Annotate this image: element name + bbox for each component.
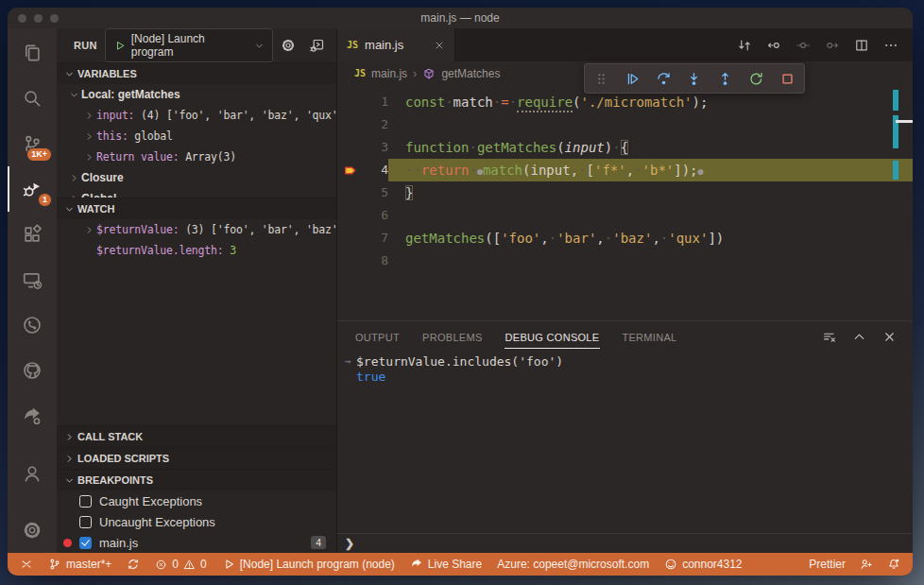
debug-console-input[interactable]: ❯ [337, 533, 913, 553]
code-line[interactable]: 6 [337, 204, 913, 227]
breakpoint-gutter[interactable] [337, 159, 364, 181]
activity-live-share[interactable] [8, 393, 57, 439]
next-change-icon[interactable] [825, 38, 840, 53]
debug-console-toggle-icon[interactable] [310, 38, 325, 53]
restart-icon[interactable] [748, 71, 764, 87]
breakpoint-gutter[interactable] [337, 136, 364, 159]
activity-source-control[interactable]: 1K+ [8, 121, 57, 166]
code-line[interactable]: 1const·match·=·require('./micromatch'); [337, 91, 913, 113]
call-stack-section-header[interactable]: CALL STACK [57, 425, 336, 447]
activity-run-and-debug[interactable]: 1 [8, 166, 57, 212]
launch-config-dropdown[interactable]: [Node] Launch program [105, 28, 273, 62]
status-sync[interactable] [127, 558, 140, 571]
breakpoint-gutter[interactable] [337, 91, 364, 113]
step-out-icon[interactable] [717, 71, 733, 87]
variable-row[interactable]: Global [57, 188, 336, 198]
breakpoint-row[interactable]: Caught Exceptions [57, 490, 336, 511]
panel-tab-output[interactable]: OUTPUT [354, 325, 401, 349]
minimize-window-button[interactable] [34, 14, 43, 23]
panel-tab-debug-console[interactable]: DEBUG CONSOLE [505, 325, 601, 349]
status-feedback[interactable] [860, 558, 873, 571]
status-github-account[interactable]: connor4312 [664, 558, 742, 571]
loaded-scripts-section-header[interactable]: LOADED SCRIPTS [57, 447, 336, 469]
code-line-content[interactable]: function·getMatches(input)·{ [388, 136, 913, 159]
code-line[interactable]: 8 [337, 249, 913, 272]
open-changes-icon[interactable] [737, 38, 752, 53]
tab-main-js[interactable]: JS main.js [337, 28, 455, 61]
current-change-icon[interactable] [796, 38, 811, 53]
close-tab-icon[interactable] [434, 40, 445, 51]
code-line-content[interactable]: } [388, 181, 913, 204]
more-actions-icon[interactable] [883, 38, 898, 53]
panel-tab-terminal[interactable]: TERMINAL [621, 325, 677, 349]
code-line[interactable]: 5} [337, 181, 913, 204]
status-prettier[interactable]: Prettier [809, 558, 846, 571]
step-over-icon[interactable] [656, 71, 672, 87]
activity-github[interactable] [8, 348, 57, 393]
activity-settings[interactable] [8, 508, 57, 553]
variable-row[interactable]: Return value: Array(3) [57, 146, 336, 167]
watch-section-header[interactable]: WATCH [57, 198, 336, 219]
breakpoint-gutter[interactable] [337, 227, 364, 249]
previous-change-icon[interactable] [766, 38, 781, 53]
breakpoint-checkbox[interactable] [79, 516, 92, 528]
breakpoint-gutter[interactable] [337, 113, 364, 136]
step-into-icon[interactable] [686, 71, 702, 87]
status-notifications[interactable] [887, 558, 900, 571]
variable-row[interactable]: Local: getMatches [57, 84, 336, 105]
variable-row[interactable]: Closure [57, 167, 336, 188]
breakpoints-section-header[interactable]: BREAKPOINTS [57, 469, 336, 490]
stop-icon[interactable] [779, 71, 796, 87]
breakpoint-gutter[interactable] [337, 249, 364, 272]
breadcrumb-item[interactable]: main.js [371, 67, 407, 80]
gear-icon[interactable] [281, 38, 296, 53]
close-panel-icon[interactable] [882, 330, 897, 344]
title-bar[interactable]: main.js — node [8, 8, 913, 28]
breadcrumb-item[interactable]: getMatches [441, 67, 500, 80]
panel-tab-problems[interactable]: PROBLEMS [421, 325, 484, 349]
variable-row[interactable]: input: (4) ['foo', 'bar', 'baz', 'qux'] [57, 105, 336, 126]
clear-console-icon[interactable] [822, 330, 836, 344]
breakpoint-checkbox[interactable] [79, 537, 92, 549]
symbol-cube-icon [422, 67, 436, 80]
activity-search[interactable] [8, 76, 57, 121]
breakpoint-row[interactable]: main.js4 [57, 532, 336, 553]
breakpoint-row[interactable]: Uncaught Exceptions [57, 511, 336, 532]
breakpoint-checkbox[interactable] [79, 495, 92, 508]
watch-row[interactable]: $returnValue.length: 3 [57, 240, 336, 261]
code-line-content[interactable] [388, 204, 913, 227]
breakpoint-gutter[interactable] [337, 204, 364, 227]
activity-git-graph[interactable] [8, 302, 57, 348]
code-line[interactable]: 3function·getMatches(input)·{ [337, 136, 913, 159]
split-editor-icon[interactable] [854, 38, 869, 53]
breakpoint-gutter[interactable] [337, 181, 364, 204]
activity-explorer[interactable] [8, 30, 57, 76]
activity-extensions[interactable] [8, 212, 57, 257]
code-line-content[interactable]: getMatches(['foo',·'bar',·'baz',·'qux']) [388, 227, 913, 249]
status-azure-account[interactable]: Azure: copeet@microsoft.com [497, 558, 649, 571]
code-line[interactable]: 2 [337, 113, 913, 136]
code-line[interactable]: 4··return·●match(input,·['f*',·'b*']);● [337, 159, 913, 181]
debug-console-output[interactable]: → $returnValue.includes('foo') true [337, 352, 913, 533]
status-git-branch[interactable]: master*+ [48, 558, 111, 571]
status-problems[interactable]: 00 [155, 558, 206, 571]
code-line-content[interactable]: const·match·=·require('./micromatch'); [388, 91, 913, 113]
status-remote-indicator[interactable] [20, 558, 33, 571]
zoom-window-button[interactable] [50, 14, 59, 23]
status-debug-launch[interactable]: [Node] Launch program (node) [222, 558, 395, 571]
code-editor[interactable]: 1const·match·=·require('./micromatch');2… [337, 85, 913, 320]
code-line-content[interactable] [388, 113, 913, 136]
variables-section-header[interactable]: VARIABLES [57, 62, 336, 84]
code-line-content[interactable] [388, 249, 913, 272]
code-line-content[interactable]: ··return·●match(input,·['f*',·'b*']);● [388, 159, 913, 181]
activity-remote-explorer[interactable] [8, 257, 57, 302]
status-live-share[interactable]: Live Share [410, 558, 482, 571]
code-line[interactable]: 7getMatches(['foo',·'bar',·'baz',·'qux']… [337, 227, 913, 249]
variable-row[interactable]: this: global [57, 126, 336, 146]
start-debug-icon[interactable] [113, 40, 126, 52]
continue-icon[interactable] [625, 71, 641, 87]
close-window-button[interactable] [18, 14, 26, 23]
watch-row[interactable]: $returnValue: (3) ['foo', 'bar', 'baz'] [57, 219, 336, 240]
maximize-panel-icon[interactable] [852, 330, 866, 344]
activity-accounts[interactable] [8, 451, 57, 496]
